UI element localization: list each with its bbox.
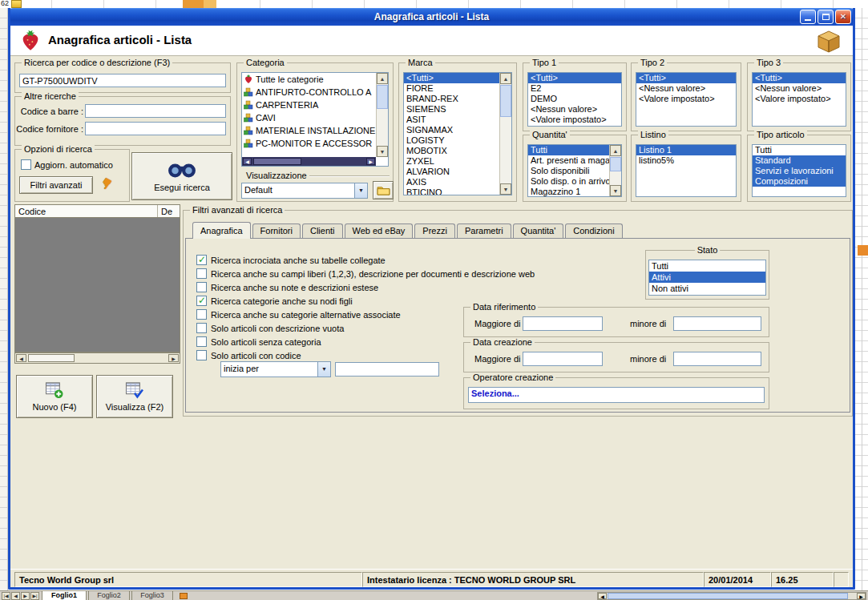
list-item[interactable]: listino5% bbox=[636, 155, 736, 166]
list-item[interactable]: <Nessun valore> bbox=[636, 83, 736, 94]
tab-prezzi[interactable]: Prezzi bbox=[414, 223, 455, 238]
brand-list[interactable]: <Tutti> FIORE BRAND-REX SIEMENS ASIT SIG… bbox=[403, 72, 512, 195]
list-item[interactable]: Solo disp. o in arrivo bbox=[528, 176, 609, 187]
creation-date-to-input[interactable] bbox=[673, 352, 761, 366]
auto-update-checkbox[interactable] bbox=[21, 159, 31, 170]
prev-sheet-icon[interactable]: ◀ bbox=[11, 592, 20, 600]
list-item[interactable]: Tutti bbox=[753, 145, 846, 155]
category-item[interactable]: CARPENTERIA bbox=[242, 99, 376, 111]
list-item[interactable]: MOBOTIX bbox=[404, 146, 499, 156]
list-item[interactable]: BTICINO bbox=[404, 187, 499, 195]
quantity-list[interactable]: Tutti Art. presenti a maga Solo disponib… bbox=[527, 144, 622, 197]
results-table-body[interactable] bbox=[14, 218, 180, 352]
creation-date-from-input[interactable] bbox=[523, 352, 603, 366]
sheet-tab-foglio2[interactable]: Foglio2 bbox=[88, 591, 130, 600]
category-tree[interactable]: Tutte le categorie ANTIFURTO-CONTROLLO A… bbox=[241, 72, 389, 167]
list-item[interactable]: Solo disponibili bbox=[528, 166, 609, 176]
chevron-down-icon[interactable]: ▼ bbox=[354, 183, 367, 198]
results-table-header[interactable]: Codice De bbox=[14, 204, 180, 218]
list-item[interactable]: Tutti bbox=[528, 145, 609, 155]
list-item[interactable]: BRAND-REX bbox=[404, 94, 499, 104]
checkbox-con-codice[interactable] bbox=[196, 350, 207, 360]
checkbox-note-descrizioni[interactable] bbox=[196, 282, 207, 292]
list-item[interactable]: FIORE bbox=[404, 83, 499, 94]
tab-parametri[interactable]: Parametri bbox=[457, 223, 511, 238]
category-item[interactable]: PC-MONITOR E ACCESSOR bbox=[242, 137, 376, 150]
article-type-list[interactable]: Tutti Standard Servizi e lavorazioni Com… bbox=[752, 144, 846, 197]
tab-anagrafica[interactable]: Anagrafica bbox=[192, 222, 251, 239]
list-item[interactable]: Listino 1 bbox=[636, 145, 736, 155]
last-sheet-icon[interactable]: ▶| bbox=[30, 592, 39, 600]
list-item[interactable]: <Tutti> bbox=[636, 73, 736, 83]
new-button[interactable]: Nuovo (F4) bbox=[16, 375, 93, 418]
scroll-right-icon[interactable]: ▶ bbox=[857, 593, 866, 599]
close-button[interactable]: ✕ bbox=[835, 10, 851, 24]
window-titlebar[interactable]: Anagrafica articoli - Lista ✕ bbox=[8, 8, 855, 26]
tab-clienti[interactable]: Clienti bbox=[302, 223, 343, 238]
list-item[interactable]: <Nessun valore> bbox=[753, 83, 846, 94]
scroll-thumb[interactable] bbox=[28, 354, 75, 362]
execute-search-button[interactable]: Esegui ricerca bbox=[131, 152, 232, 200]
category-horizontal-scrollbar[interactable]: ◀ ▶ bbox=[242, 157, 376, 166]
search-input[interactable] bbox=[19, 74, 226, 87]
tab-web-ed-ebay[interactable]: Web ed eBay bbox=[345, 223, 414, 238]
scroll-up-icon[interactable]: ▲ bbox=[377, 73, 388, 84]
sheet-tab-foglio3[interactable]: Foglio3 bbox=[131, 591, 173, 600]
list-item[interactable]: ALVARION bbox=[404, 167, 499, 177]
type2-list[interactable]: <Tutti> <Nessun valore> <Valore impostat… bbox=[636, 72, 737, 127]
sheet-nav-buttons[interactable]: |◀ ◀ ▶ ▶| bbox=[2, 592, 39, 600]
list-item[interactable]: Servizi e lavorazioni bbox=[753, 166, 846, 176]
list-item[interactable]: SIGNAMAX bbox=[404, 125, 499, 135]
checkbox-categorie-alternative[interactable] bbox=[196, 309, 207, 320]
scroll-thumb[interactable] bbox=[608, 593, 848, 599]
type3-list[interactable]: <Tutti> <Nessun valore> <Valore impostat… bbox=[752, 72, 846, 127]
type1-list[interactable]: <Tutti> E2 DEMO <Nessun valore> <Valore … bbox=[527, 72, 622, 127]
scroll-left-icon[interactable]: ◀ bbox=[16, 354, 26, 362]
list-item[interactable]: ZYXEL bbox=[404, 156, 499, 167]
column-header-descrizione[interactable]: De bbox=[158, 205, 180, 217]
scroll-left-icon[interactable]: ◀ bbox=[243, 158, 252, 165]
insert-sheet-icon[interactable] bbox=[180, 593, 188, 599]
tab-fornitori[interactable]: Fornitori bbox=[252, 223, 301, 238]
results-table-scrollbar[interactable]: ◀ ▶ bbox=[14, 352, 180, 364]
first-sheet-icon[interactable]: |◀ bbox=[2, 592, 10, 600]
package-icon[interactable] bbox=[815, 29, 842, 53]
barcode-input[interactable] bbox=[85, 104, 226, 118]
list-item[interactable]: <Valore impostato> bbox=[753, 94, 846, 104]
reference-date-to-input[interactable] bbox=[673, 316, 761, 331]
maximize-button[interactable] bbox=[818, 10, 834, 24]
scroll-thumb[interactable] bbox=[377, 85, 388, 109]
minimize-button[interactable] bbox=[800, 10, 816, 24]
pricelist-list[interactable]: Listino 1 listino5% bbox=[636, 144, 737, 197]
select-operator-link[interactable]: Seleziona... bbox=[471, 389, 519, 398]
tab-quantita[interactable]: Quantita' bbox=[513, 223, 564, 238]
scroll-down-icon[interactable]: ▼ bbox=[377, 146, 388, 157]
list-item[interactable]: <Valore impostato> bbox=[636, 94, 736, 104]
list-item[interactable]: DEMO bbox=[528, 94, 621, 104]
checkbox-ricerca-incrociata[interactable] bbox=[196, 255, 207, 265]
creation-operator-field[interactable]: Seleziona... bbox=[468, 387, 765, 403]
scroll-right-icon[interactable]: ▶ bbox=[168, 354, 179, 362]
list-item[interactable]: Attivi bbox=[649, 272, 765, 283]
open-folder-button[interactable] bbox=[373, 181, 394, 199]
list-item[interactable]: AXIS bbox=[404, 177, 499, 187]
next-sheet-icon[interactable]: ▶ bbox=[21, 592, 30, 600]
list-item[interactable]: <Tutti> bbox=[404, 73, 499, 83]
scroll-thumb[interactable] bbox=[500, 85, 511, 117]
list-item[interactable]: <Tutti> bbox=[753, 73, 846, 83]
list-item[interactable]: Art. presenti a maga bbox=[528, 155, 609, 166]
scroll-left-icon[interactable]: ◀ bbox=[598, 593, 607, 599]
tab-condizioni[interactable]: Condizioni bbox=[565, 223, 622, 238]
list-item[interactable]: <Nessun valore> bbox=[528, 104, 621, 115]
scroll-up-icon[interactable]: ▲ bbox=[610, 145, 621, 156]
checkbox-descrizione-vuota[interactable] bbox=[196, 323, 207, 333]
list-item[interactable]: Composizioni bbox=[753, 176, 846, 187]
scroll-up-icon[interactable]: ▲ bbox=[500, 73, 511, 84]
list-item[interactable]: Non attivi bbox=[649, 283, 765, 294]
code-operator-combobox[interactable]: inizia per ▼ bbox=[220, 361, 331, 377]
quantity-scrollbar[interactable]: ▲ ▼ bbox=[609, 145, 621, 196]
scroll-down-icon[interactable]: ▼ bbox=[610, 185, 621, 196]
checkbox-nodi-figli[interactable] bbox=[196, 296, 207, 306]
list-item[interactable]: ASIT bbox=[404, 115, 499, 125]
list-item[interactable]: Standard bbox=[753, 155, 846, 166]
